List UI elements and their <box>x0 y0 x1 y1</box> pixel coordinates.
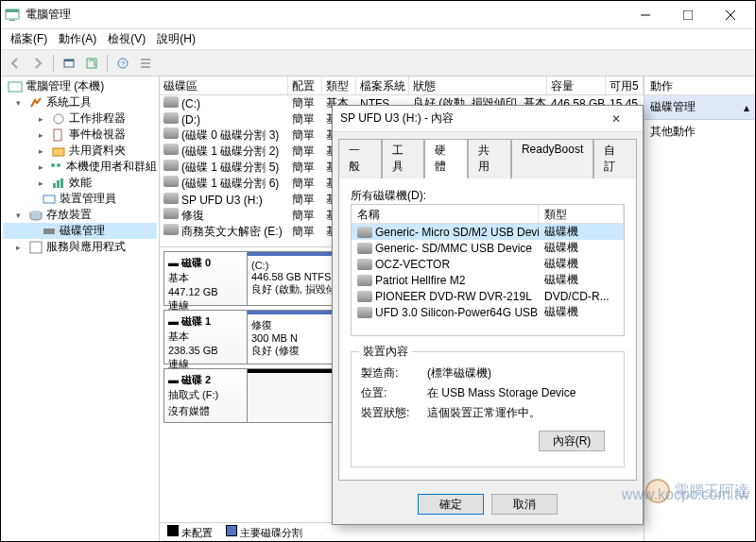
col-free[interactable]: 可用5 <box>606 76 644 94</box>
col-capacity[interactable]: 容量 <box>547 76 606 94</box>
col-volume[interactable]: 磁碟區 <box>160 76 288 94</box>
group-title: 裝置內容 <box>359 344 412 360</box>
col-status[interactable]: 狀態 <box>409 76 547 94</box>
tab-5[interactable]: 自訂 <box>593 139 637 178</box>
dialog-buttons: 確定 取消 <box>333 486 643 524</box>
device-list[interactable]: 名稱 類型 Generic- Micro SD/M2 USB Device磁碟機… <box>351 204 625 336</box>
nav-tree[interactable]: 電腦管理 (本機) ▾系統工具 ▸工作排程器 ▸事件檢視器 ▸共用資料夾 ▸本機… <box>1 76 160 541</box>
menu-view[interactable]: 檢視(V) <box>102 29 151 49</box>
device-row[interactable]: PIONEER DVD-RW DVR-219LDVD/CD-R... <box>352 288 624 304</box>
mfr-label: 製造商: <box>361 365 427 381</box>
app-icon <box>5 8 20 23</box>
tab-4[interactable]: ReadyBoost <box>511 139 593 178</box>
menu-help[interactable]: 說明(H) <box>151 29 201 49</box>
drive-icon <box>163 193 179 204</box>
loc-value: 在 USB Mass Storage Device <box>427 385 576 401</box>
drive-icon <box>163 160 179 171</box>
svg-rect-20 <box>43 229 55 234</box>
menu-file[interactable]: 檔案(F) <box>5 29 53 49</box>
list-button[interactable] <box>135 53 156 74</box>
window-title: 電腦管理 <box>26 7 624 23</box>
tree-item[interactable]: ▸工作排程器 <box>3 110 157 127</box>
svg-rect-18 <box>43 195 55 203</box>
drive-icon <box>163 224 179 235</box>
drive-icon <box>357 243 372 254</box>
tree-item[interactable]: ▸本機使用者和群組 <box>3 159 157 175</box>
col-type[interactable]: 類型 <box>539 205 624 223</box>
tab-3[interactable]: 共用 <box>468 139 511 178</box>
properties-dialog: SP UFD U3 (H:) - 內容 ✕ 一般工具硬體共用ReadyBoost… <box>332 105 644 525</box>
tree-root[interactable]: 電腦管理 (本機) <box>3 78 157 94</box>
drive-icon <box>357 307 372 318</box>
drive-icon <box>163 112 179 124</box>
tab-strip: 一般工具硬體共用ReadyBoost自訂 <box>333 132 643 178</box>
dialog-close-button[interactable]: ✕ <box>597 112 635 126</box>
svg-rect-15 <box>53 183 56 188</box>
col-type[interactable]: 類型 <box>322 76 356 94</box>
col-fs[interactable]: 檔案系統 <box>356 76 409 94</box>
ok-button[interactable]: 確定 <box>418 494 484 515</box>
volume-list-header: 磁碟區 配置 類型 檔案系統 狀態 容量 可用5 <box>160 76 644 95</box>
properties-button[interactable]: 內容(R) <box>539 431 605 451</box>
svg-rect-2 <box>9 20 15 21</box>
drive-icon <box>163 176 179 187</box>
help-button[interactable]: ? <box>112 53 133 74</box>
drive-icon <box>163 208 179 219</box>
menu-bar: 檔案(F) 動作(A) 檢視(V) 說明(H) <box>1 29 755 50</box>
device-row[interactable]: Generic- SD/MMC USB Device磁碟機 <box>352 240 624 256</box>
actions-section[interactable]: 磁碟管理▴ <box>644 95 755 120</box>
svg-point-10 <box>54 114 63 124</box>
tree-services[interactable]: ▸服務與應用程式 <box>3 239 157 255</box>
drive-icon <box>357 291 372 302</box>
device-row[interactable]: Generic- Micro SD/M2 USB Device磁碟機 <box>352 224 624 240</box>
status-label: 裝置狀態: <box>361 405 427 421</box>
tree-storage[interactable]: ▾存放裝置 <box>3 207 157 223</box>
tree-systools[interactable]: ▾系統工具 <box>3 94 157 110</box>
svg-rect-11 <box>54 129 61 141</box>
drive-icon <box>357 227 372 238</box>
svg-rect-12 <box>53 148 64 156</box>
svg-text:?: ? <box>121 59 126 68</box>
tab-0[interactable]: 一般 <box>338 139 382 178</box>
maximize-button[interactable] <box>666 2 709 28</box>
cancel-button[interactable]: 取消 <box>491 494 558 515</box>
device-row[interactable]: OCZ-VECTOR磁碟機 <box>352 256 624 272</box>
col-layout[interactable]: 配置 <box>288 76 322 94</box>
tree-item[interactable]: ▸效能 <box>3 175 157 191</box>
svg-rect-21 <box>30 242 42 253</box>
status-value: 這個裝置正常運作中。 <box>427 405 541 421</box>
svg-point-13 <box>51 163 55 167</box>
dialog-titlebar: SP UFD U3 (H:) - 內容 ✕ <box>333 106 643 132</box>
drive-icon <box>163 96 179 108</box>
actions-pane: 動作 磁碟管理▴ 其他動作 <box>644 76 755 541</box>
up-button[interactable] <box>59 53 79 74</box>
dialog-title: SP UFD U3 (H:) - 內容 <box>340 110 597 127</box>
col-name[interactable]: 名稱 <box>352 205 539 223</box>
refresh-button[interactable] <box>81 53 102 74</box>
tab-body-hardware: 所有磁碟機(D): 名稱 類型 Generic- Micro SD/M2 USB… <box>338 178 637 481</box>
back-button[interactable] <box>5 53 26 74</box>
window-titlebar: 電腦管理 <box>1 1 755 29</box>
tab-2[interactable]: 硬體 <box>424 139 468 178</box>
svg-point-14 <box>57 163 60 167</box>
device-content-group: 裝置內容 製造商:(標準磁碟機) 位置:在 USB Mass Storage D… <box>351 351 625 467</box>
toolbar: ? <box>1 50 755 76</box>
minimize-button[interactable] <box>624 2 666 28</box>
svg-rect-5 <box>64 59 74 61</box>
tree-item[interactable]: ▸共用資料夾 <box>3 143 157 159</box>
actions-more[interactable]: 其他動作 <box>644 120 755 144</box>
svg-rect-3 <box>683 10 693 20</box>
drive-icon <box>163 127 179 139</box>
tab-1[interactable]: 工具 <box>382 139 425 178</box>
tree-item[interactable]: ▸事件檢視器 <box>3 127 157 143</box>
legend: 未配置 主要磁碟分割 <box>160 522 644 541</box>
tree-item[interactable]: 裝置管理員 <box>3 191 157 207</box>
svg-rect-9 <box>9 82 22 92</box>
device-row[interactable]: Patriot Hellfire M2磁碟機 <box>352 272 624 288</box>
close-button[interactable] <box>709 2 751 28</box>
actions-header: 動作 <box>644 76 755 95</box>
tree-diskmgmt[interactable]: 磁碟管理 <box>3 223 157 239</box>
menu-action[interactable]: 動作(A) <box>53 29 102 49</box>
device-row[interactable]: UFD 3.0 Silicon-Power64G USB Device磁碟機 <box>352 304 624 320</box>
forward-button[interactable] <box>27 53 48 74</box>
